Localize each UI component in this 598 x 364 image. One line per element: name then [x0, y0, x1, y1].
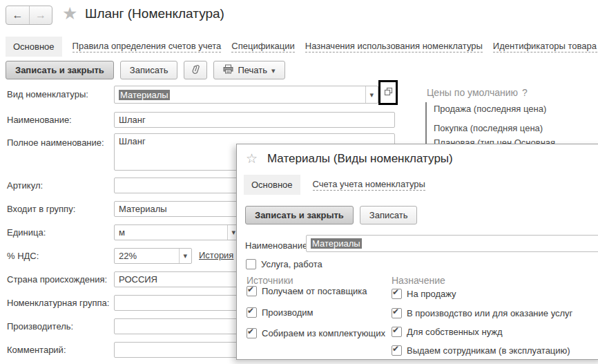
comment-label: Комментарий:	[7, 343, 66, 358]
dialog-favorite-star-icon[interactable]	[246, 151, 258, 166]
vat-value: 22%	[119, 251, 137, 261]
group-value: Материалы	[119, 204, 167, 214]
attachments-button[interactable]	[184, 61, 207, 79]
unit-label: Единица:	[7, 225, 46, 240]
source-item-supplier[interactable]: Получаем от поставщика	[247, 286, 367, 296]
purpose-own-needs-label: Для собственных нужд	[407, 327, 503, 337]
tab-specifications[interactable]: Спецификации	[231, 41, 295, 52]
purpose-production-checkbox[interactable]	[392, 308, 402, 318]
unit-value: м	[119, 227, 125, 238]
source-supplier-checkbox[interactable]	[247, 286, 257, 296]
favorite-star-icon[interactable]	[62, 3, 77, 23]
nomenclature-kind-dialog: Материалы (Виды номенклатуры) Основное С…	[236, 144, 598, 360]
kind-label: Вид номенклатуры:	[7, 87, 88, 102]
dialog-title: Материалы (Виды номенклатуры)	[267, 152, 453, 166]
print-label: Печать	[238, 65, 267, 75]
kind-dropdown-arrow-icon[interactable]	[365, 86, 374, 103]
kind-combo-input[interactable]: Материалы	[114, 86, 378, 104]
default-prices-header: Цены по умолчанию?	[427, 87, 528, 98]
dialog-save-close-button[interactable]: Записать и закрыть	[245, 206, 354, 224]
source-assemble-label: Собираем из комплектующих	[262, 328, 385, 338]
forward-arrow-icon: →	[35, 9, 46, 21]
dialog-tab-osnovnoe[interactable]: Основное	[244, 175, 300, 195]
source-assemble-checkbox[interactable]	[247, 328, 257, 338]
purpose-item-production[interactable]: В производство или для оказание услуг	[392, 308, 572, 318]
purpose-item-own-needs[interactable]: Для собственных нужд	[392, 327, 503, 337]
default-prices-title: Цены по умолчанию	[427, 87, 518, 98]
tab-product-identifiers[interactable]: Идентификаторы товара в	[493, 41, 598, 52]
back-button[interactable]: ←	[6, 6, 29, 24]
price-item-sale[interactable]: Продажа (последняя цена)	[434, 104, 546, 115]
source-produce-label: Производим	[262, 307, 314, 318]
name-input[interactable]: Шланг	[114, 112, 395, 128]
name-value: Шланг	[119, 115, 146, 125]
main-tabs: Основное Правила определения счетов учет…	[6, 36, 598, 57]
article-label: Артикул:	[7, 178, 43, 193]
purpose-production-label: В производство или для оказание услуг	[407, 308, 572, 318]
forward-button[interactable]: →	[29, 6, 52, 24]
main-toolbar: Записать и закрыть Записать Печать	[6, 61, 285, 79]
price-item-purchase[interactable]: Покупка (последняя цена)	[434, 123, 543, 134]
prices-group-bar	[425, 102, 427, 145]
paperclip-icon	[191, 64, 200, 77]
nav-history-group: ← →	[6, 6, 52, 25]
page-title: Шланг (Номенклатура)	[85, 6, 224, 21]
purpose-sale-label: На продажу	[407, 289, 456, 299]
purpose-item-sale[interactable]: На продажу	[392, 289, 456, 299]
service-checkbox-label: Услуга, работа	[261, 259, 322, 269]
tab-account-rules[interactable]: Правила определения счетов учета	[73, 41, 222, 52]
kind-value: Материалы	[119, 90, 170, 100]
source-produce-checkbox[interactable]	[247, 307, 257, 318]
vat-history-link[interactable]: История	[199, 250, 233, 260]
full-name-value: Шланг	[119, 136, 146, 146]
purpose-sale-checkbox[interactable]	[392, 289, 402, 299]
source-item-produce[interactable]: Производим	[247, 307, 314, 318]
vat-label: % НДС:	[7, 249, 39, 264]
source-supplier-label: Получаем от поставщика	[262, 286, 367, 296]
nomenclature-group-label: Номенклатурная группа:	[7, 296, 109, 311]
dialog-name-value: Материалы	[311, 238, 362, 249]
full-name-label: Полное наименование:	[7, 135, 104, 151]
purpose-section-title: Назначение	[392, 275, 445, 286]
open-kind-button[interactable]	[384, 87, 393, 98]
dialog-name-label: Наименование:	[245, 238, 310, 253]
dialog-name-input[interactable]: Материалы	[306, 235, 598, 252]
country-label: Страна происхождения:	[7, 272, 107, 287]
dialog-save-button[interactable]: Записать	[360, 206, 418, 224]
click-highlight-box	[378, 80, 398, 105]
name-label: Наименование:	[7, 113, 72, 128]
service-checkbox-row[interactable]: Услуга, работа	[246, 259, 322, 269]
help-question-link[interactable]: ?	[522, 87, 528, 98]
print-dropdown-caret-icon	[271, 65, 276, 75]
unit-combo-input[interactable]: м	[114, 224, 240, 240]
print-button[interactable]: Печать	[213, 61, 284, 79]
tab-osnovnoe[interactable]: Основное	[6, 37, 62, 57]
vat-combo-input[interactable]: 22%	[114, 248, 192, 264]
dialog-tabs: Основное Счета учета номенклатуры	[244, 175, 425, 194]
group-label: Входит в группу:	[7, 202, 75, 217]
save-close-button[interactable]: Записать и закрыть	[6, 61, 114, 79]
vat-dropdown-arrow-icon[interactable]	[179, 249, 187, 263]
open-in-window-icon	[384, 87, 393, 98]
service-checkbox[interactable]	[246, 259, 256, 269]
country-value: РОССИЯ	[119, 274, 157, 285]
purpose-own-needs-checkbox[interactable]	[392, 327, 402, 337]
dialog-tab-accounts[interactable]: Счета учета номенклатуры	[313, 179, 425, 191]
manufacturer-label: Производитель:	[7, 319, 73, 334]
tab-usage-purposes[interactable]: Назначения использования номенклатуры	[305, 41, 483, 52]
dialog-toolbar: Записать и закрыть Записать	[245, 206, 417, 224]
purpose-employees-label: Выдаем сотрудникам (в эксплуатацию)	[407, 345, 570, 356]
source-item-assemble[interactable]: Собираем из комплектующих	[247, 328, 385, 338]
save-button[interactable]: Записать	[120, 61, 178, 79]
printer-icon	[223, 64, 233, 76]
unit-dropdown-arrow-icon[interactable]	[227, 225, 235, 240]
back-arrow-icon: ←	[12, 9, 23, 21]
purpose-item-employees[interactable]: Выдаем сотрудникам (в эксплуатацию)	[392, 345, 570, 356]
purpose-employees-checkbox[interactable]	[392, 345, 402, 356]
